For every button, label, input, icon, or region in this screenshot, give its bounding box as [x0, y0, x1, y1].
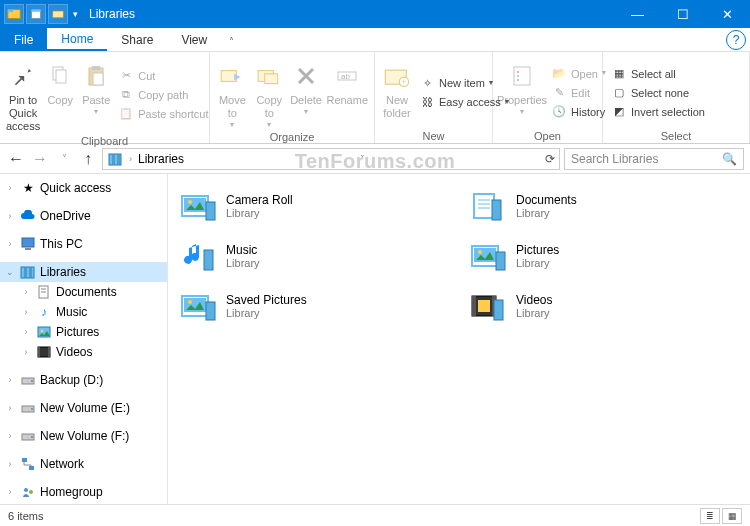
select-all-icon: ▦ — [611, 66, 627, 82]
copy-path-button[interactable]: ⧉Copy path — [116, 86, 210, 104]
music-icon: ♪ — [36, 304, 52, 320]
library-item-saved-pictures[interactable]: Saved PicturesLibrary — [174, 284, 454, 328]
collapse-ribbon-icon[interactable]: ˄ — [221, 31, 241, 51]
svg-rect-51 — [206, 202, 215, 220]
view-large-icons-button[interactable]: ▦ — [722, 508, 742, 524]
chevron-right-icon[interactable]: › — [20, 307, 32, 317]
chevron-right-icon[interactable]: › — [4, 183, 16, 193]
maximize-button[interactable]: ☐ — [660, 0, 705, 28]
copy-button[interactable]: Copy — [44, 56, 76, 134]
search-icon[interactable]: 🔍 — [722, 152, 737, 166]
tab-share[interactable]: Share — [107, 28, 167, 51]
paste-button[interactable]: Paste ▾ — [80, 56, 112, 134]
nav-newvol-e[interactable]: ›New Volume (E:) — [0, 398, 167, 418]
tab-view[interactable]: View — [167, 28, 221, 51]
svg-rect-1 — [8, 10, 13, 13]
content-pane[interactable]: Camera RollLibrary DocumentsLibrary Musi… — [168, 174, 750, 504]
svg-rect-28 — [26, 267, 30, 278]
quick-access-icon: ★ — [20, 180, 36, 196]
chevron-right-icon[interactable]: › — [4, 431, 16, 441]
chevron-right-icon[interactable]: › — [129, 154, 132, 164]
delete-button[interactable]: Delete▾ — [290, 56, 323, 130]
help-icon[interactable]: ? — [726, 30, 746, 50]
this-pc-icon — [20, 236, 36, 252]
chevron-down-icon: ▾ — [520, 107, 524, 117]
qat-properties-icon[interactable] — [26, 4, 46, 24]
new-folder-button[interactable]: + New folder — [381, 56, 413, 129]
open-icon: 📂 — [551, 66, 567, 82]
svg-rect-65 — [206, 302, 215, 320]
open-button[interactable]: 📂Open ▾ — [549, 65, 608, 83]
chevron-right-icon[interactable]: › — [4, 375, 16, 385]
svg-point-50 — [188, 200, 192, 204]
ribbon-tabs: File Home Share View ˄ ? — [0, 28, 750, 52]
tab-home[interactable]: Home — [47, 28, 107, 51]
library-item-camera-roll[interactable]: Camera RollLibrary — [174, 184, 454, 228]
chevron-right-icon[interactable]: › — [4, 487, 16, 497]
group-label-organize: Organize — [216, 130, 368, 144]
chevron-down-icon[interactable]: ⌄ — [4, 267, 16, 277]
svg-rect-25 — [22, 238, 34, 247]
select-all-button[interactable]: ▦Select all — [609, 65, 707, 83]
chevron-right-icon[interactable]: › — [20, 287, 32, 297]
chevron-right-icon[interactable]: › — [4, 403, 16, 413]
up-button[interactable]: ↑ — [78, 149, 98, 169]
navigation-pane[interactable]: ›★Quick access ›OneDrive ›This PC ⌄Libra… — [0, 174, 168, 504]
nav-network[interactable]: ›Network — [0, 454, 167, 474]
library-item-videos[interactable]: VideosLibrary — [464, 284, 744, 328]
nav-homegroup[interactable]: ›Homegroup — [0, 482, 167, 502]
edit-button[interactable]: ✎Edit — [549, 84, 608, 102]
address-segment[interactable]: Libraries — [138, 152, 184, 166]
svg-point-60 — [478, 250, 482, 254]
svg-point-47 — [29, 490, 33, 494]
library-item-music[interactable]: MusicLibrary — [174, 234, 454, 278]
copy-to-button[interactable]: Copy to▾ — [253, 56, 286, 130]
recent-locations-button[interactable]: ˅ — [54, 149, 74, 169]
search-input[interactable]: Search Libraries 🔍 — [564, 148, 744, 170]
group-label-select: Select — [609, 129, 743, 143]
address-input[interactable]: › Libraries ˅ ⟳ — [102, 148, 560, 170]
close-button[interactable]: ✕ — [705, 0, 750, 28]
properties-button[interactable]: Properties▾ — [499, 56, 545, 129]
chevron-right-icon[interactable]: › — [20, 347, 32, 357]
qat-newfolder-icon[interactable] — [48, 4, 68, 24]
library-item-documents[interactable]: DocumentsLibrary — [464, 184, 744, 228]
paste-shortcut-icon: 📋 — [118, 106, 134, 122]
qat-dropdown-icon[interactable]: ▾ — [70, 9, 81, 19]
chevron-right-icon[interactable]: › — [20, 327, 32, 337]
forward-button[interactable]: → — [30, 149, 50, 169]
paste-shortcut-button[interactable]: 📋Paste shortcut — [116, 105, 210, 123]
nav-pictures[interactable]: ›Pictures — [0, 322, 167, 342]
nav-backup-d[interactable]: ›Backup (D:) — [0, 370, 167, 390]
back-button[interactable]: ← — [6, 149, 26, 169]
select-none-button[interactable]: ▢Select none — [609, 84, 707, 102]
library-item-pictures[interactable]: PicturesLibrary — [464, 234, 744, 278]
move-to-button[interactable]: Move to▾ — [216, 56, 249, 130]
nav-music[interactable]: ›♪Music — [0, 302, 167, 322]
minimize-button[interactable]: — — [615, 0, 660, 28]
svg-point-19 — [517, 71, 519, 73]
nav-onedrive[interactable]: ›OneDrive — [0, 206, 167, 226]
rename-button[interactable]: ab Rename — [326, 56, 368, 130]
history-button[interactable]: 🕓History — [549, 103, 608, 121]
tab-file[interactable]: File — [0, 28, 47, 51]
nav-quick-access[interactable]: ›★Quick access — [0, 178, 167, 198]
chevron-right-icon[interactable]: › — [4, 239, 16, 249]
address-dropdown-icon[interactable]: ˅ — [360, 154, 365, 164]
refresh-button[interactable]: ⟳ — [545, 152, 555, 166]
cut-button[interactable]: ✂Cut — [116, 67, 210, 85]
view-details-button[interactable]: ≣ — [700, 508, 720, 524]
chevron-right-icon[interactable]: › — [4, 459, 16, 469]
search-placeholder: Search Libraries — [571, 152, 658, 166]
nav-videos[interactable]: ›Videos — [0, 342, 167, 362]
chevron-right-icon[interactable]: › — [4, 211, 16, 221]
svg-rect-57 — [204, 250, 213, 270]
nav-newvol-f[interactable]: ›New Volume (F:) — [0, 426, 167, 446]
nav-documents[interactable]: ›Documents — [0, 282, 167, 302]
invert-selection-button[interactable]: ◩Invert selection — [609, 103, 707, 121]
nav-libraries[interactable]: ⌄Libraries — [0, 262, 167, 282]
svg-rect-56 — [492, 200, 501, 220]
pin-quick-access-button[interactable]: Pin to Quick access — [6, 56, 40, 134]
nav-this-pc[interactable]: ›This PC — [0, 234, 167, 254]
cut-icon: ✂ — [118, 68, 134, 84]
